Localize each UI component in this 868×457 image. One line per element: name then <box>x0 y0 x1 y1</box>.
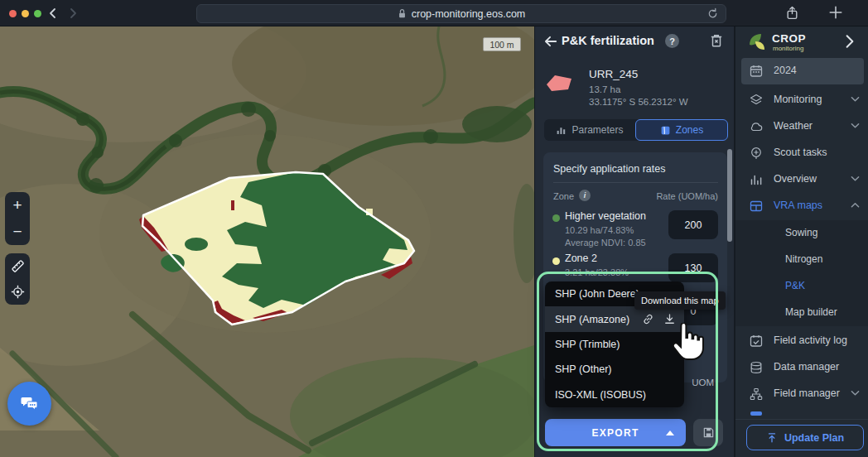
zone2-rate-input[interactable] <box>668 253 718 282</box>
menu-item-shp-amazone[interactable]: SHP (Amazone) <box>545 306 684 331</box>
update-plan-button[interactable]: Update Plan <box>746 425 864 450</box>
tab-parameters-label: Parameters <box>571 124 623 136</box>
zone1-rate-input[interactable] <box>668 210 718 239</box>
sidebar-item-label: VRA maps <box>774 200 822 211</box>
cloud-icon <box>750 120 763 133</box>
menu-item-iso-xml[interactable]: ISO-XML (ISOBUS) <box>545 382 684 407</box>
panel-header: P&K fertilization ? <box>535 26 734 56</box>
database-icon <box>750 361 763 374</box>
sidebar-item-field-manager[interactable]: Field manager <box>735 381 868 407</box>
menu-item-label: SHP (John Deere) <box>555 288 639 300</box>
vra-maps-submenu: Sowing Nitrogen P&K Map builder <box>735 220 868 326</box>
menu-item-shp-trimble[interactable]: SHP (Trimble) <box>545 332 684 357</box>
submenu-item-nitrogen[interactable]: Nitrogen <box>735 247 868 273</box>
sidebar-item-label: Weather <box>774 120 813 132</box>
submenu-item-pk[interactable]: P&K <box>735 273 868 300</box>
reload-icon[interactable] <box>706 7 719 20</box>
calendar-icon <box>750 65 763 78</box>
download-icon[interactable] <box>663 313 676 325</box>
sidebar-item-label: Monitoring <box>774 94 822 105</box>
panel-title: P&K fertilization <box>562 34 654 47</box>
browser-back-button[interactable] <box>46 7 60 20</box>
zoom-out-button[interactable]: − <box>5 219 30 244</box>
save-button[interactable] <box>693 419 723 446</box>
bar-chart-icon <box>556 125 567 136</box>
satellite-imagery <box>0 26 534 457</box>
copy-link-icon[interactable] <box>642 313 654 325</box>
menu-item-shp-other[interactable]: SHP (Other) <box>545 357 684 382</box>
sidebar-item-label: Scout tasks <box>774 147 827 158</box>
crop-monitoring-logo-icon <box>747 31 769 53</box>
submenu-item-label: Map builder <box>785 306 837 318</box>
panel-scrollbar[interactable] <box>727 149 732 242</box>
vra-grid-icon <box>750 200 763 213</box>
sidebar-item-weather[interactable]: Weather <box>735 113 868 140</box>
chevron-down-icon <box>851 96 860 103</box>
sidebar-item-monitoring[interactable]: Monitoring <box>735 87 868 113</box>
new-tab-icon[interactable] <box>828 5 843 20</box>
update-plan-label: Update Plan <box>784 432 844 444</box>
zones-map-icon <box>660 125 671 136</box>
map-canvas[interactable]: 100 m + − <box>0 26 534 457</box>
caret-up-icon <box>666 431 674 435</box>
main-sidebar: CROP monitoring 2024 Monitoring Weather <box>734 26 868 457</box>
measure-ruler-icon[interactable] <box>5 254 30 279</box>
chevron-down-icon <box>851 390 860 397</box>
delete-map-icon[interactable] <box>709 33 724 48</box>
sidebar-item-season-2024[interactable]: 2024 <box>741 58 864 84</box>
download-tooltip: Download this map <box>634 291 726 310</box>
address-bar[interactable]: crop-monitoring.eos.com <box>196 4 726 23</box>
minimize-window-button[interactable] <box>22 10 29 17</box>
help-icon[interactable]: ? <box>665 34 679 48</box>
info-icon[interactable]: i <box>579 190 591 201</box>
field-coordinates: 33.1175° S 56.2312° W <box>589 97 688 107</box>
brand-title: CROP <box>772 32 806 45</box>
field-shape-icon <box>543 71 576 94</box>
hierarchy-icon <box>750 387 763 401</box>
browser-chrome: crop-monitoring.eos.com <box>0 0 868 26</box>
tab-zones-label: Zones <box>676 124 703 136</box>
stats-bars-icon <box>750 173 763 186</box>
rates-heading: Specify application rates <box>553 163 666 175</box>
zone-column-header: Zone <box>553 191 574 201</box>
export-button[interactable]: EXPORT <box>545 419 686 446</box>
sidebar-item-data-manager[interactable]: Data manager <box>735 354 868 381</box>
sidebar-item-overview[interactable]: Overview <box>735 166 868 193</box>
submenu-item-label: P&K <box>785 280 805 291</box>
zone2-color-dot <box>552 257 560 265</box>
tab-zones[interactable]: Zones <box>635 119 728 141</box>
close-window-button[interactable] <box>9 10 17 17</box>
map-tools-control <box>5 253 30 305</box>
tab-parameters[interactable]: Parameters <box>544 119 635 141</box>
url-text: crop-monitoring.eos.com <box>412 8 526 20</box>
maximize-window-button[interactable] <box>34 10 41 17</box>
chevron-up-icon <box>851 202 860 209</box>
sidebar-item-vra-maps[interactable]: VRA maps <box>735 193 868 219</box>
export-button-label: EXPORT <box>591 427 639 439</box>
zone1-ndvi: Average NDVI: 0.85 <box>565 238 646 248</box>
browser-forward-button[interactable] <box>66 7 80 20</box>
scout-pin-icon <box>750 147 763 160</box>
zone1-name: Higher vegetation <box>565 210 646 222</box>
field-name: URR_245 <box>589 68 638 80</box>
share-icon[interactable] <box>785 6 799 21</box>
locate-me-icon[interactable] <box>5 280 30 305</box>
back-arrow-icon[interactable] <box>543 34 558 49</box>
chat-bubbles-icon <box>20 395 40 413</box>
collapse-sidebar-icon[interactable] <box>843 34 856 49</box>
submenu-item-map-builder[interactable]: Map builder <box>735 300 868 326</box>
zone1-color-dot <box>552 214 560 222</box>
uom-label-fragment: UOM <box>692 378 714 387</box>
sidebar-item-label: Field manager <box>774 387 840 399</box>
submenu-item-sowing[interactable]: Sowing <box>735 220 868 247</box>
zoom-in-button[interactable]: + <box>5 193 30 218</box>
chevron-down-icon <box>851 123 860 129</box>
submenu-item-label: Sowing <box>785 227 817 238</box>
upload-icon <box>766 432 778 444</box>
support-chat-button[interactable] <box>7 382 51 426</box>
map-scale-badge: 100 m <box>483 37 521 51</box>
lock-icon <box>398 8 407 19</box>
app-window: crop-monitoring.eos.com <box>0 0 868 457</box>
sidebar-item-field-activity-log[interactable]: Field activity log <box>735 328 868 354</box>
sidebar-item-scout-tasks[interactable]: Scout tasks <box>735 140 868 166</box>
